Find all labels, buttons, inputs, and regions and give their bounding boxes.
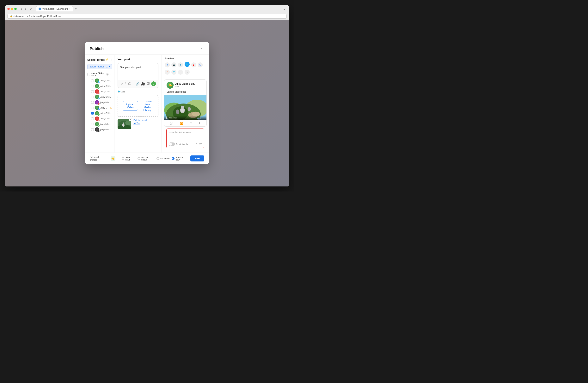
minimize-traffic-light[interactable] [11, 8, 13, 10]
schedule-option[interactable]: Schedule [156, 157, 169, 160]
save-draft-option[interactable]: Save draft [122, 156, 135, 161]
list-item[interactable]: r Juicy Chills Group [87, 89, 112, 94]
list-item[interactable]: f Juicy Chills & Co. ⚠ [87, 105, 112, 111]
filter-icon[interactable]: ⚡ [105, 58, 109, 62]
list-item[interactable]: t Juicy Chills Co. [87, 78, 112, 83]
save-draft-radio[interactable] [122, 157, 124, 160]
link-icon[interactable]: 🔗 [136, 82, 140, 86]
new-tab-button[interactable]: + [74, 7, 78, 11]
alt-text-link[interactable]: Alt Text [133, 122, 147, 124]
thumbnail-section: × [118, 119, 158, 129]
profile-checkbox[interactable] [91, 96, 94, 98]
profiles-panel: Social Profiles ⚡ ‹ Select Profiles · 1 … [85, 55, 114, 153]
profile-group: Juicy Chills & Co. 1 ▲ t [87, 72, 112, 132]
profile-checkbox[interactable] [91, 117, 94, 120]
publish-modal: Publish × Social Profiles ⚡ ‹ [85, 42, 209, 164]
linkedin-tab[interactable]: in [178, 62, 183, 68]
profile-name: Juicy Chills Co. [100, 79, 112, 82]
video-icon[interactable]: 🎥 [141, 82, 145, 86]
tiktok-tab[interactable]: ♪ [185, 69, 189, 75]
profile-checkbox[interactable] [91, 123, 94, 125]
post-textarea[interactable]: Sample video post. [118, 63, 158, 79]
emoji-icon[interactable]: ☺ [120, 82, 123, 86]
profile-name: juicychillsco [100, 123, 112, 125]
thumbnail-close-button[interactable]: × [129, 118, 132, 121]
reload-button[interactable]: ↻ [28, 7, 33, 11]
group-checkbox[interactable] [87, 73, 90, 76]
selected-profiles-label: Selected profiles [90, 156, 107, 161]
tab-close-icon[interactable]: × [69, 8, 70, 10]
reddit-tab[interactable]: r [165, 69, 170, 75]
select-profiles-label: Select Profiles · 1 [89, 65, 107, 68]
choose-media-library-button[interactable]: Choose from Media Library [141, 100, 153, 112]
profile-checkbox[interactable] [91, 101, 94, 104]
svg-point-15 [182, 105, 184, 109]
active-tab[interactable]: Vista Social - Dashboard × [36, 6, 73, 11]
play-button[interactable]: ▶ [166, 116, 168, 119]
facebook-tab[interactable]: f [165, 62, 170, 68]
vimeo-tab[interactable]: V [171, 69, 176, 75]
google-tab[interactable]: G [198, 62, 203, 68]
create-first-like-label: Create first like [176, 143, 189, 145]
pick-thumbnail-link[interactable]: Pick thumbnail [133, 119, 147, 121]
comment-char-count: 0 / 280 [196, 143, 202, 145]
profile-checkbox[interactable] [91, 128, 94, 131]
profile-checkbox[interactable] [91, 90, 94, 93]
list-item[interactable]: r Juicy Chills & Co. [87, 116, 112, 121]
list-item[interactable]: k juicychillsco [87, 127, 112, 132]
publish-now-option[interactable]: Publish now [172, 156, 187, 161]
like-action[interactable]: ♡ [189, 122, 192, 125]
instagram-tab[interactable]: 📷 [171, 62, 176, 68]
address-bar[interactable]: 🔒 vistasocial.com/dashboard?openPublishM… [7, 14, 287, 19]
profile-checkbox-checked[interactable]: ✓ [91, 112, 94, 114]
list-item[interactable]: g Juicy Chills & Co. [87, 83, 112, 89]
traffic-lights [7, 8, 17, 10]
video-progress-bar[interactable] [178, 118, 196, 118]
publish-now-radio[interactable] [172, 157, 174, 160]
back-button[interactable]: ‹ [20, 7, 23, 11]
list-item[interactable]: g juicychillsco [87, 121, 112, 127]
share-action[interactable]: ⬆ [199, 122, 201, 125]
tiktok-icon-item: ♪ [185, 69, 189, 75]
modal-close-button[interactable]: × [199, 46, 204, 51]
comment-input[interactable] [169, 131, 202, 140]
chevron-down-icon: ▾ [109, 65, 110, 68]
video-right-controls: 🔊 ⛶ ⋮ [197, 117, 205, 119]
forward-button[interactable]: › [24, 7, 27, 11]
add-to-queue-radio[interactable] [138, 157, 140, 160]
retweet-action[interactable]: 🔁 [180, 122, 183, 125]
ai-button[interactable]: G [151, 81, 156, 86]
comment-action[interactable]: 💬 [170, 122, 173, 125]
mention-icon[interactable]: @ [128, 82, 131, 86]
list-item[interactable]: t Juicy Chills & Co. [87, 94, 112, 100]
volume-icon[interactable]: 🔊 [197, 117, 199, 119]
profile-checkbox[interactable] [91, 79, 94, 82]
tweet-author: Juicy Chills & Co. [175, 83, 204, 85]
image-icon[interactable]: 🖼 [147, 82, 150, 86]
twitter-tab[interactable]: 🐦 [185, 62, 189, 67]
hashtag-icon[interactable]: # [125, 82, 126, 86]
add-to-queue-option[interactable]: Add to queue [138, 156, 154, 161]
social-network-badge: k [98, 130, 100, 132]
schedule-radio[interactable] [156, 157, 159, 160]
youtube-tab[interactable]: ▶ [191, 62, 196, 68]
list-item[interactable]: ✓ g Juicy Chills & Co. [87, 111, 112, 116]
fullscreen-icon[interactable]: ⛶ [200, 117, 202, 119]
list-item[interactable]: i juicychillsco [87, 100, 112, 105]
close-traffic-light[interactable] [7, 8, 10, 10]
tab-label: Vista Social - Dashboard [42, 8, 68, 10]
selected-profiles-icon: 🍋 [111, 156, 116, 161]
create-first-like-toggle[interactable] [169, 142, 175, 146]
pinterest-tab[interactable]: P [178, 69, 183, 75]
next-button[interactable]: Next [190, 156, 204, 161]
collapse-icon[interactable]: ‹ [110, 58, 112, 62]
upload-video-button[interactable]: Upload Video [123, 101, 138, 111]
profile-checkbox[interactable] [91, 85, 94, 88]
maximize-traffic-light[interactable] [14, 8, 17, 10]
group-toggle-icon[interactable]: ▲ [110, 73, 112, 76]
group-header[interactable]: Juicy Chills & Co. 1 ▲ [87, 72, 112, 77]
select-profiles-dropdown[interactable]: Select Profiles · 1 ▾ [87, 64, 112, 69]
browser-menu-button[interactable]: ⌄ [282, 7, 287, 11]
more-options-icon[interactable]: ⋮ [203, 117, 205, 119]
profile-checkbox[interactable] [91, 107, 94, 109]
